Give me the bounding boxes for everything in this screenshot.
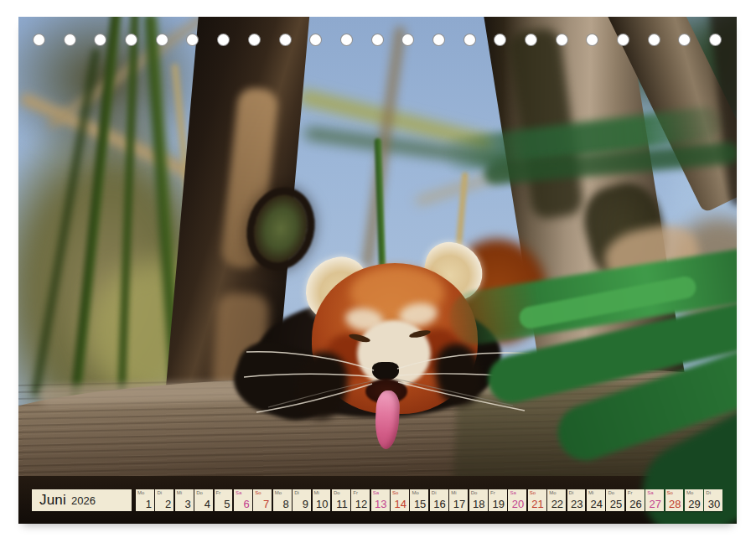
day-number: 2 [165, 499, 171, 509]
calendar-day-cell: Sa 13 [371, 489, 390, 511]
calendar-day-cell: So 21 [528, 489, 546, 511]
calendar-day-cell: Sa 27 [645, 489, 664, 511]
day-number: 8 [282, 499, 288, 509]
day-number: 1 [146, 499, 152, 509]
day-number: 20 [512, 499, 524, 509]
punch-holes [33, 34, 722, 46]
punch-hole [463, 34, 476, 46]
day-number: 3 [184, 499, 190, 509]
day-cells-row: Mo 1 Di 2 Mi 3 Do 4 Fr 5 Sa 6 So 7 Mo 8 … [136, 489, 722, 511]
calendar-day-cell: Mi 3 [175, 489, 194, 511]
calendar-day-cell: Mi 24 [587, 489, 605, 511]
weekday-label: Do [334, 490, 340, 495]
punch-hole [709, 34, 722, 46]
day-number: 19 [492, 499, 504, 509]
calendar-day-cell: Fr 19 [489, 489, 507, 511]
weekday-label: Mo [275, 490, 282, 495]
punch-hole [494, 34, 506, 46]
day-number: 29 [688, 499, 700, 509]
day-number: 17 [453, 499, 465, 509]
weekday-label: Mo [137, 490, 144, 495]
punch-hole [156, 34, 168, 46]
calendar-day-cell: Fr 12 [351, 489, 370, 511]
punch-hole [217, 34, 230, 46]
weekday-label: Mi [451, 490, 456, 495]
calendar-day-cell: Di 30 [704, 489, 722, 511]
weekday-label: Di [432, 490, 437, 495]
day-number: 23 [571, 499, 583, 509]
calendar-day-cell: Mo 1 [136, 489, 154, 511]
calendar-day-cell: Do 18 [469, 489, 488, 511]
weekday-label: Di [706, 490, 711, 495]
weekday-label: Mi [588, 490, 593, 495]
calendar-day-cell: Di 9 [293, 489, 311, 511]
calendar-product-page: { "calendar": { "month_label": "Juni", "… [0, 0, 756, 543]
calendar-day-cell: So 28 [665, 489, 684, 511]
punch-hole [525, 34, 537, 46]
day-number: 18 [473, 499, 484, 509]
punch-hole [94, 34, 106, 46]
day-number: 5 [224, 499, 230, 509]
punch-hole [33, 34, 45, 46]
punch-hole [556, 34, 568, 46]
punch-hole [401, 34, 414, 46]
weekday-label: So [392, 490, 398, 495]
day-number: 30 [708, 499, 720, 509]
punch-hole [186, 34, 199, 46]
punch-hole [432, 34, 445, 46]
punch-hole [64, 34, 76, 46]
calendar-day-cell: Fr 5 [215, 489, 233, 511]
month-label-box: Juni 2026 [32, 489, 132, 511]
weekday-label: Fr [216, 490, 221, 495]
punch-hole [586, 34, 598, 46]
calendar-day-cell: Fr 26 [626, 489, 645, 511]
day-number: 22 [551, 499, 563, 509]
weekday-label: Do [471, 490, 478, 495]
calendar-day-cell: Sa 20 [508, 489, 526, 511]
day-number: 13 [375, 499, 386, 509]
weekday-label: Sa [373, 490, 379, 495]
weekday-label: Sa [510, 490, 515, 495]
year-label: 2026 [71, 490, 96, 511]
calendar-sheet: Juni 2026 Mo 1 Di 2 Mi 3 Do 4 Fr 5 Sa 6 … [18, 17, 737, 524]
calendar-day-cell: So 7 [253, 489, 272, 511]
punch-hole [371, 34, 384, 46]
calendar-strip: Juni 2026 Mo 1 Di 2 Mi 3 Do 4 Fr 5 Sa 6 … [18, 489, 737, 511]
punch-hole [648, 34, 660, 46]
weekday-label: Mi [177, 490, 182, 495]
weekday-label: Fr [628, 490, 633, 495]
calendar-day-cell: Mi 17 [449, 489, 468, 511]
calendar-day-cell: Mo 8 [273, 489, 292, 511]
weekday-label: Di [157, 490, 162, 495]
calendar-day-cell: Mo 15 [410, 489, 428, 511]
calendar-day-cell: Di 16 [430, 489, 448, 511]
day-number: 7 [263, 499, 269, 509]
day-number: 9 [303, 499, 308, 509]
weekday-label: Mo [412, 490, 418, 495]
weekday-label: Di [569, 490, 574, 495]
weekday-label: Mi [314, 490, 319, 495]
weekday-label: Fr [490, 490, 495, 495]
weekday-label: So [255, 490, 261, 495]
weekday-label: Di [294, 490, 299, 495]
punch-hole [340, 34, 353, 46]
weekday-label: Do [608, 490, 614, 495]
calendar-day-cell: Di 2 [155, 489, 173, 511]
calendar-day-cell: Mo 22 [547, 489, 566, 511]
day-number: 16 [433, 499, 445, 509]
calendar-day-cell: Do 25 [606, 489, 624, 511]
punch-hole [678, 34, 691, 46]
calendar-day-cell: So 14 [391, 489, 409, 511]
calendar-day-cell: Mi 10 [313, 489, 331, 511]
day-number: 11 [336, 499, 348, 509]
calendar-day-cell: Sa 6 [234, 489, 252, 511]
calendar-day-cell: Do 11 [332, 489, 350, 511]
punch-hole [125, 34, 137, 46]
weekday-label: Sa [647, 490, 653, 495]
day-number: 4 [205, 499, 210, 509]
day-number: 6 [244, 499, 250, 509]
day-number: 28 [669, 499, 681, 509]
weekday-label: Do [196, 490, 203, 495]
punch-hole [248, 34, 261, 46]
punch-hole [309, 34, 322, 46]
